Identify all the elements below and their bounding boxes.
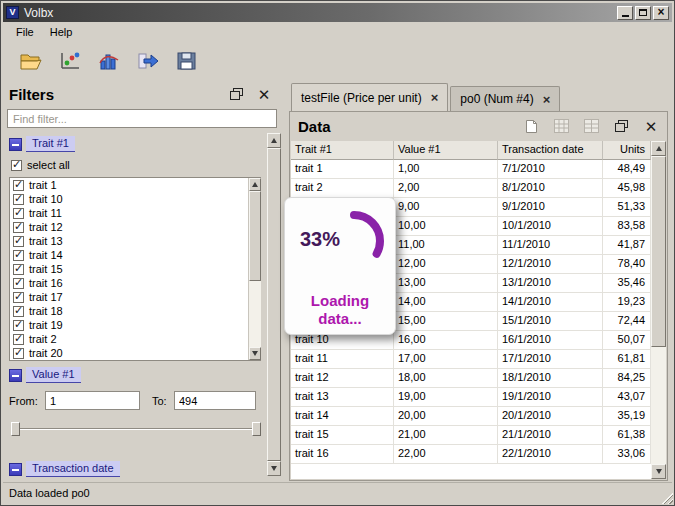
value-to-input[interactable]	[174, 391, 256, 410]
table-row[interactable]: trait 1622,0022/1/201033,06	[291, 445, 651, 464]
filter-list-item[interactable]: trait 1	[10, 178, 260, 192]
table-cell[interactable]: 13/1/2010	[498, 274, 603, 293]
checkbox-checked-icon[interactable]	[13, 208, 24, 219]
table-cell[interactable]: trait 1	[291, 160, 394, 179]
scroll-down-button[interactable]	[651, 464, 666, 479]
filter-list-item[interactable]: trait 2	[10, 332, 260, 346]
table-cell[interactable]: 10/1/2010	[498, 217, 603, 236]
table-cell[interactable]: 18/1/2010	[498, 369, 603, 388]
select-all-checkbox[interactable]	[11, 160, 22, 171]
filter-list-item[interactable]: trait 20	[10, 346, 260, 360]
tab-2[interactable]: po0 (Num #4)×	[450, 86, 560, 111]
checkbox-checked-icon[interactable]	[13, 180, 24, 191]
table-cell[interactable]: 21,00	[394, 426, 498, 445]
table-cell[interactable]: 35,46	[603, 274, 651, 293]
table-cell[interactable]: 17/1/2010	[498, 350, 603, 369]
plots-button[interactable]	[56, 47, 83, 74]
table-cell[interactable]: 16,00	[394, 331, 498, 350]
table-cell[interactable]: 12,00	[394, 255, 498, 274]
table-cell[interactable]: 51,33	[603, 198, 651, 217]
table-row[interactable]: trait 1218,0018/1/201084,25	[291, 369, 651, 388]
table-cell[interactable]: 14,00	[394, 293, 498, 312]
filter-list-item[interactable]: trait 17	[10, 290, 260, 304]
menu-file[interactable]: File	[8, 23, 42, 41]
save-button[interactable]	[173, 47, 200, 74]
table-cell[interactable]: 41,87	[603, 236, 651, 255]
table-row[interactable]: trait 22,008/1/201045,98	[291, 179, 651, 198]
scrollbar-thumb[interactable]	[249, 191, 261, 281]
column-header[interactable]: Units	[603, 141, 651, 160]
export-button[interactable]	[134, 47, 161, 74]
table-row[interactable]: trait 1521,0021/1/201061,38	[291, 426, 651, 445]
table-cell[interactable]: 72,44	[603, 312, 651, 331]
table-cell[interactable]: 21/1/2010	[498, 426, 603, 445]
value-range-slider[interactable]	[11, 421, 261, 437]
table-cell[interactable]: 9/1/2010	[498, 198, 603, 217]
checkbox-checked-icon[interactable]	[13, 236, 24, 247]
table-cell[interactable]: 18,00	[394, 369, 498, 388]
filter-list-item[interactable]: trait 19	[10, 318, 260, 332]
table-cell[interactable]: trait 14	[291, 407, 394, 426]
table-cell[interactable]: trait 12	[291, 369, 394, 388]
slider-handle-min[interactable]	[11, 422, 20, 436]
table-row[interactable]: trait 1420,0020/1/201035,19	[291, 407, 651, 426]
table-cell[interactable]: 48,49	[603, 160, 651, 179]
tab-close-icon[interactable]: ×	[431, 91, 439, 104]
table-cell[interactable]: 20,00	[394, 407, 498, 426]
scrollbar-thumb[interactable]	[651, 156, 666, 347]
filter-list-item[interactable]: trait 10	[10, 192, 260, 206]
table-cell[interactable]: 11/1/2010	[498, 236, 603, 255]
table-cell[interactable]: 61,38	[603, 426, 651, 445]
table-cell[interactable]: 33,06	[603, 445, 651, 464]
checkbox-checked-icon[interactable]	[13, 306, 24, 317]
maximize-button[interactable]	[635, 6, 651, 20]
table-cell[interactable]: 8/1/2010	[498, 179, 603, 198]
table-cell[interactable]: 22,00	[394, 445, 498, 464]
slider-handle-max[interactable]	[252, 422, 261, 436]
filter-list-item[interactable]: trait 13	[10, 234, 260, 248]
value-from-input[interactable]	[45, 391, 140, 410]
table-cell[interactable]: 78,40	[603, 255, 651, 274]
tab-1[interactable]: testFile (Price per unit)×	[291, 83, 448, 111]
table-cell[interactable]: 20/1/2010	[498, 407, 603, 426]
scroll-down-button[interactable]	[267, 461, 281, 476]
tab-close-icon[interactable]: ×	[543, 93, 551, 106]
table-row[interactable]: trait 1319,0019/1/201043,07	[291, 388, 651, 407]
table-cell[interactable]: 19,00	[394, 388, 498, 407]
table-cell[interactable]: 15/1/2010	[498, 312, 603, 331]
table-cell[interactable]: 17,00	[394, 350, 498, 369]
column-header[interactable]: Value #1	[394, 141, 498, 160]
table-cell[interactable]: trait 2	[291, 179, 394, 198]
table-row[interactable]: trait 11,007/1/201048,49	[291, 160, 651, 179]
collapse-trait-button[interactable]	[9, 138, 22, 151]
table-cell[interactable]: 15,00	[394, 312, 498, 331]
collapse-date-button[interactable]	[9, 463, 22, 476]
checkbox-checked-icon[interactable]	[13, 278, 24, 289]
table-cell[interactable]: 35,19	[603, 407, 651, 426]
column-header[interactable]: Trait #1	[291, 141, 394, 160]
table-cell[interactable]: trait 13	[291, 388, 394, 407]
menu-help[interactable]: Help	[42, 23, 81, 41]
table-cell[interactable]: 16/1/2010	[498, 331, 603, 350]
table-cell[interactable]: 13,00	[394, 274, 498, 293]
checkbox-checked-icon[interactable]	[13, 292, 24, 303]
filters-scrollbar[interactable]	[267, 133, 281, 476]
plot-table-button[interactable]	[552, 117, 570, 135]
find-filter-input[interactable]	[7, 109, 277, 128]
checkbox-checked-icon[interactable]	[13, 334, 24, 345]
filter-list-item[interactable]: trait 16	[10, 276, 260, 290]
table-cell[interactable]: 10,00	[394, 217, 498, 236]
table-scrollbar[interactable]	[651, 141, 666, 479]
checkbox-checked-icon[interactable]	[13, 348, 24, 359]
filter-list-item[interactable]: trait 12	[10, 220, 260, 234]
table-row[interactable]: trait 1117,0017/1/201061,81	[291, 350, 651, 369]
table-cell[interactable]: 19,23	[603, 293, 651, 312]
filters-close-button[interactable]: ✕	[255, 85, 273, 103]
titlebar[interactable]: V Volbx ×	[3, 3, 672, 22]
table-cell[interactable]: 84,25	[603, 369, 651, 388]
table-cell[interactable]: trait 11	[291, 350, 394, 369]
filter-list-item[interactable]: trait 15	[10, 262, 260, 276]
scroll-down-button[interactable]	[249, 347, 261, 360]
table-cell[interactable]: 7/1/2010	[498, 160, 603, 179]
scroll-up-button[interactable]	[651, 141, 666, 156]
